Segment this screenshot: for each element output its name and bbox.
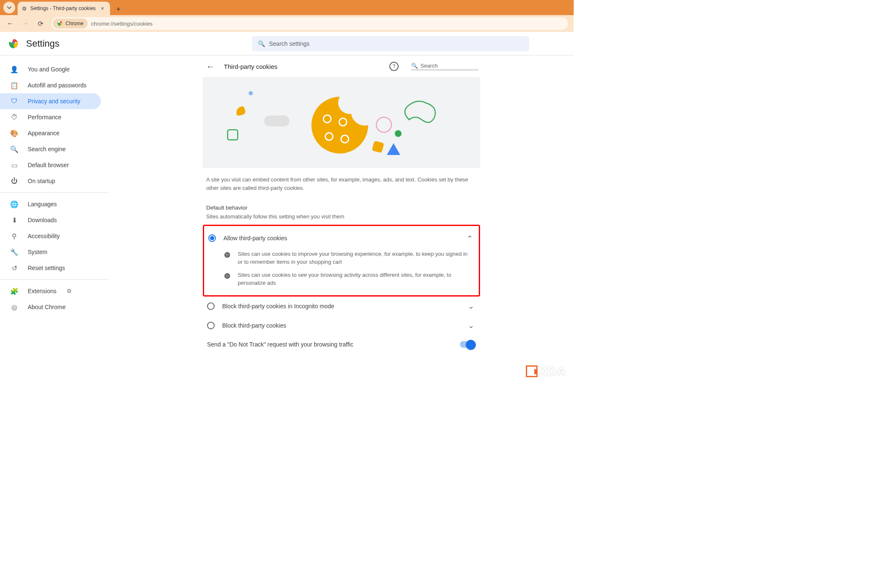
page-header: ← Third-party cookies ? 🔍 Search bbox=[203, 55, 480, 77]
svg-point-8 bbox=[249, 91, 253, 95]
globe-icon: 🌐 bbox=[10, 200, 18, 208]
hero-illustration bbox=[203, 77, 480, 168]
help-icon[interactable]: ? bbox=[389, 62, 399, 71]
allow-detail-2: Sites can use cookies to see your browsi… bbox=[204, 269, 479, 290]
sidebar-item-system[interactable]: 🔧System bbox=[0, 244, 101, 260]
puzzle-icon: 🧩 bbox=[10, 287, 18, 295]
radio-block-all[interactable]: Block third-party cookies ⌄ bbox=[203, 316, 480, 335]
sidebar-divider bbox=[0, 192, 109, 193]
svg-point-18 bbox=[226, 255, 227, 256]
radio-block-label: Block third-party cookies bbox=[222, 322, 460, 329]
watermark: XDA bbox=[526, 364, 566, 378]
dnt-label: Send a "Do Not Track" request with your … bbox=[207, 341, 460, 348]
radio-block-incognito[interactable]: Block third-party cookies in Incognito m… bbox=[203, 297, 480, 316]
radio-icon bbox=[208, 234, 216, 242]
svg-point-15 bbox=[224, 252, 230, 258]
chrome-icon bbox=[57, 21, 63, 26]
svg-point-17 bbox=[228, 254, 228, 255]
radio-icon bbox=[207, 322, 215, 329]
browser-toolbar: ← → ⟳ Chrome chrome://settings/cookies bbox=[0, 15, 574, 32]
sidebar-item-downloads[interactable]: ⬇Downloads bbox=[0, 212, 101, 228]
settings-sidebar: 👤You and Google 📋Autofill and passwords … bbox=[0, 55, 109, 383]
sidebar-item-default-browser[interactable]: ▭Default browser bbox=[0, 157, 101, 173]
default-behavior-sub: Sites automatically follow this setting … bbox=[206, 213, 480, 220]
sidebar-item-autofill[interactable]: 📋Autofill and passwords bbox=[0, 77, 101, 93]
chevron-up-icon[interactable]: ⌄ bbox=[467, 234, 473, 243]
local-search-placeholder: Search bbox=[420, 63, 438, 69]
svg-point-19 bbox=[224, 273, 230, 279]
sidebar-item-languages[interactable]: 🌐Languages bbox=[0, 196, 101, 212]
settings-content: ← Third-party cookies ? 🔍 Search bbox=[203, 55, 480, 383]
shield-icon: 🛡 bbox=[10, 97, 18, 105]
svg-point-20 bbox=[226, 274, 227, 275]
tab-search-button[interactable] bbox=[3, 2, 15, 13]
page-back-button[interactable]: ← bbox=[205, 62, 216, 71]
radio-allow-label: Allow third-party cookies bbox=[223, 235, 459, 242]
default-behavior-label: Default behavior bbox=[206, 205, 480, 211]
sidebar-item-appearance[interactable]: 🎨Appearance bbox=[0, 125, 101, 141]
chevron-down-icon[interactable]: ⌄ bbox=[468, 321, 474, 330]
address-bar[interactable]: Chrome chrome://settings/cookies bbox=[51, 17, 568, 30]
cookie-icon bbox=[223, 251, 231, 259]
svg-point-13 bbox=[376, 117, 391, 132]
highlight-annotation: Allow third-party cookies ⌄ Sites can us… bbox=[203, 225, 480, 297]
sidebar-item-you-and-google[interactable]: 👤You and Google bbox=[0, 61, 101, 77]
back-button[interactable]: ← bbox=[4, 18, 16, 29]
accessibility-icon: ⚲ bbox=[10, 232, 18, 240]
do-not-track-row[interactable]: Send a "Do Not Track" request with your … bbox=[203, 335, 480, 348]
svg-point-14 bbox=[395, 130, 402, 137]
svg-point-16 bbox=[226, 254, 227, 255]
settings-header: Settings 🔍 Search settings bbox=[0, 32, 574, 55]
chevron-down-icon[interactable]: ⌄ bbox=[468, 302, 474, 311]
palette-icon: 🎨 bbox=[10, 129, 18, 137]
svg-rect-9 bbox=[228, 130, 238, 140]
search-settings-input[interactable]: 🔍 Search settings bbox=[252, 36, 529, 51]
restore-icon: ↺ bbox=[10, 264, 18, 272]
local-search-input[interactable]: 🔍 Search bbox=[411, 63, 478, 70]
speed-icon: ⏱ bbox=[10, 113, 18, 121]
intro-text: A site you visit can embed content from … bbox=[203, 168, 480, 192]
svg-point-21 bbox=[228, 275, 228, 276]
page-title: Third-party cookies bbox=[224, 63, 382, 70]
sidebar-item-reset[interactable]: ↺Reset settings bbox=[0, 260, 101, 276]
forward-button[interactable]: → bbox=[19, 18, 31, 29]
wrench-icon: 🔧 bbox=[10, 248, 18, 256]
sidebar-item-on-startup[interactable]: ⏻On startup bbox=[0, 173, 101, 189]
sidebar-divider bbox=[0, 279, 109, 280]
gear-icon: ⚙ bbox=[22, 5, 27, 12]
radio-icon bbox=[207, 302, 215, 310]
new-tab-button[interactable]: + bbox=[113, 3, 124, 15]
sidebar-item-extensions[interactable]: 🧩Extensions⧉ bbox=[0, 283, 101, 299]
radio-incognito-label: Block third-party cookies in Incognito m… bbox=[222, 303, 460, 310]
url-text: chrome://settings/cookies bbox=[91, 21, 153, 27]
svg-marker-12 bbox=[387, 143, 400, 155]
watermark-text: XDA bbox=[538, 364, 566, 378]
allow-detail-1: Sites can use cookies to improve your br… bbox=[204, 248, 479, 269]
settings-title: Settings bbox=[26, 38, 60, 49]
person-icon: 👤 bbox=[10, 66, 18, 74]
radio-allow-third-party[interactable]: Allow third-party cookies ⌄ bbox=[204, 228, 479, 248]
tab-title: Settings - Third-party cookies bbox=[30, 5, 96, 11]
sidebar-item-privacy[interactable]: 🛡Privacy and security bbox=[0, 93, 101, 109]
close-icon[interactable]: × bbox=[99, 5, 106, 12]
dnt-toggle[interactable] bbox=[460, 341, 474, 348]
browser-titlebar: ⚙ Settings - Third-party cookies × + bbox=[0, 0, 574, 15]
search-icon: 🔍 bbox=[411, 63, 418, 69]
cookie-icon bbox=[223, 272, 231, 280]
browser-tab[interactable]: ⚙ Settings - Third-party cookies × bbox=[18, 2, 110, 15]
svg-rect-10 bbox=[264, 116, 289, 126]
search-icon: 🔍 bbox=[10, 145, 18, 153]
external-link-icon: ⧉ bbox=[67, 288, 71, 294]
sidebar-item-performance[interactable]: ⏱Performance bbox=[0, 109, 101, 125]
search-icon: 🔍 bbox=[258, 40, 265, 47]
chrome-chip: Chrome bbox=[53, 18, 88, 29]
sidebar-item-accessibility[interactable]: ⚲Accessibility bbox=[0, 228, 101, 244]
power-icon: ⏻ bbox=[10, 177, 18, 185]
sidebar-item-search-engine[interactable]: 🔍Search engine bbox=[0, 141, 101, 157]
download-icon: ⬇ bbox=[10, 216, 18, 224]
clipboard-icon: 📋 bbox=[10, 81, 18, 89]
sidebar-item-about[interactable]: ◎About Chrome bbox=[0, 299, 101, 315]
reload-button[interactable]: ⟳ bbox=[34, 18, 46, 29]
svg-rect-11 bbox=[372, 141, 384, 153]
svg-point-22 bbox=[226, 276, 227, 277]
